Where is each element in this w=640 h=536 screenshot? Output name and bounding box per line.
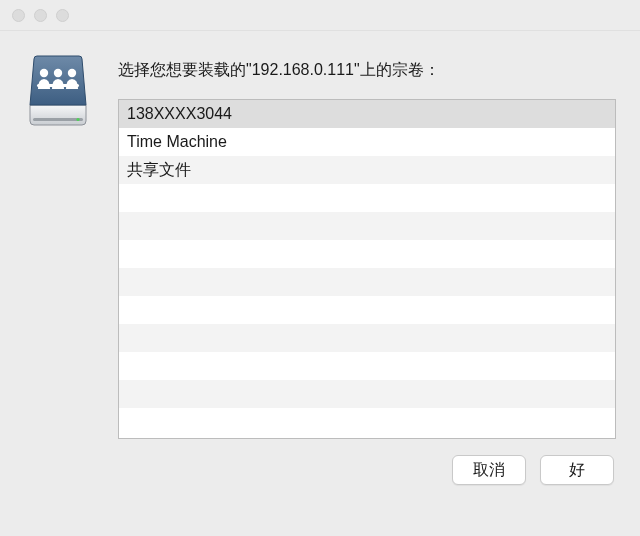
svg-rect-0 [33, 118, 83, 121]
svg-point-4 [68, 69, 76, 77]
volume-list-empty-row [119, 408, 615, 436]
volume-list-empty-row [119, 380, 615, 408]
dialog-button-row: 取消 好 [22, 455, 616, 485]
window-minimize-button[interactable] [34, 9, 47, 22]
volume-list-empty-row [119, 268, 615, 296]
volume-list-empty-row [119, 296, 615, 324]
dialog-right-column: 选择您想要装载的"192.168.0.111"上的宗卷： 138XXXX3044… [118, 53, 616, 439]
svg-point-1 [76, 118, 79, 121]
volume-list-empty-row [119, 324, 615, 352]
volume-mount-dialog: 选择您想要装载的"192.168.0.111"上的宗卷： 138XXXX3044… [0, 0, 640, 536]
volume-list-empty-row [119, 184, 615, 212]
window-titlebar [0, 0, 640, 31]
dialog-content: 选择您想要装载的"192.168.0.111"上的宗卷： 138XXXX3044… [0, 31, 640, 536]
svg-rect-5 [37, 84, 79, 87]
window-zoom-button[interactable] [56, 9, 69, 22]
window-close-button[interactable] [12, 9, 25, 22]
volume-list-item[interactable]: 共享文件 [119, 156, 615, 184]
svg-point-2 [40, 69, 48, 77]
dialog-top-row: 选择您想要装载的"192.168.0.111"上的宗卷： 138XXXX3044… [22, 53, 616, 439]
volume-list-empty-row [119, 212, 615, 240]
ok-button[interactable]: 好 [540, 455, 614, 485]
volume-list-empty-row [119, 240, 615, 268]
network-share-drive-icon [22, 53, 94, 133]
volume-list-empty-row [119, 352, 615, 380]
volume-list-item[interactable]: Time Machine [119, 128, 615, 156]
cancel-button[interactable]: 取消 [452, 455, 526, 485]
dialog-prompt: 选择您想要装载的"192.168.0.111"上的宗卷： [118, 59, 616, 81]
volume-list[interactable]: 138XXXX3044Time Machine共享文件 [118, 99, 616, 439]
volume-list-item[interactable]: 138XXXX3044 [119, 100, 615, 128]
svg-point-3 [54, 69, 62, 77]
